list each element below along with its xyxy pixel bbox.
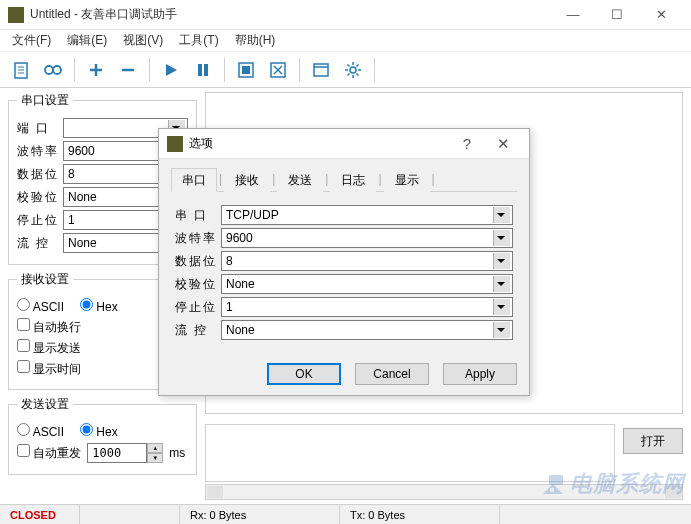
minimize-button[interactable]: — — [551, 0, 595, 30]
dlg-parity-label: 校验位 — [175, 276, 217, 293]
parity-label: 校验位 — [17, 189, 59, 206]
svg-line-27 — [348, 73, 350, 75]
menu-file[interactable]: 文件(F) — [4, 30, 59, 51]
svg-point-4 — [45, 66, 53, 74]
svg-point-5 — [53, 66, 61, 74]
dlg-parity-combo[interactable]: None — [221, 274, 513, 294]
flow-label: 流 控 — [17, 235, 59, 252]
serial-settings-legend: 串口设置 — [17, 92, 73, 109]
dlg-flow-label: 流 控 — [175, 322, 217, 339]
send-settings-legend: 发送设置 — [17, 396, 73, 413]
show-send-check[interactable]: 显示发送 — [17, 339, 81, 357]
dlg-databits-label: 数据位 — [175, 253, 217, 270]
horizontal-scrollbar[interactable] — [205, 484, 683, 500]
record-icon[interactable] — [38, 56, 68, 84]
recv-settings-legend: 接收设置 — [17, 271, 73, 288]
tab-display[interactable]: 显示 — [384, 168, 430, 192]
clear-icon[interactable] — [263, 56, 293, 84]
tab-log[interactable]: 日志 — [330, 168, 376, 192]
svg-rect-13 — [242, 66, 250, 74]
send-textbox[interactable] — [205, 424, 615, 482]
menu-help[interactable]: 帮助(H) — [227, 30, 284, 51]
dialog-title: 选项 — [189, 135, 449, 152]
svg-line-24 — [348, 64, 350, 66]
statusbar: CLOSED Rx: 0 Bytes Tx: 0 Bytes — [0, 504, 691, 524]
pause-icon[interactable] — [188, 56, 218, 84]
open-button[interactable]: 打开 — [623, 428, 683, 454]
dialog-help-button[interactable]: ? — [449, 130, 485, 158]
toolbar — [0, 52, 691, 88]
send-hex-radio[interactable]: Hex — [80, 423, 118, 439]
ok-button[interactable]: OK — [267, 363, 341, 385]
plus-icon[interactable] — [81, 56, 111, 84]
minus-icon[interactable] — [113, 56, 143, 84]
dialog-close-button[interactable]: ✕ — [485, 130, 521, 158]
recv-ascii-radio[interactable]: ASCII — [17, 298, 64, 314]
recv-hex-radio[interactable]: Hex — [80, 298, 118, 314]
svg-point-19 — [350, 67, 356, 73]
baud-label: 波特率 — [17, 143, 59, 160]
tab-recv[interactable]: 接收 — [224, 168, 270, 192]
svg-rect-17 — [314, 64, 328, 76]
dialog-titlebar[interactable]: 选项 ? ✕ — [159, 129, 529, 159]
gear-icon[interactable] — [338, 56, 368, 84]
tab-send[interactable]: 发送 — [277, 168, 323, 192]
dlg-stopbits-label: 停止位 — [175, 299, 217, 316]
dialog-icon — [167, 136, 183, 152]
close-button[interactable]: ✕ — [639, 0, 683, 30]
auto-resend-check[interactable]: 自动重发 — [17, 444, 81, 462]
menu-edit[interactable]: 编辑(E) — [59, 30, 115, 51]
spin-down-icon[interactable]: ▼ — [147, 453, 163, 463]
titlebar: Untitled - 友善串口调试助手 — ☐ ✕ — [0, 0, 691, 30]
port-label: 端 口 — [17, 120, 59, 137]
menu-view[interactable]: 视图(V) — [115, 30, 171, 51]
show-time-check[interactable]: 显示时间 — [17, 360, 81, 378]
status-tx: Tx: 0 Bytes — [340, 505, 500, 524]
resend-interval-spinner[interactable]: ▲▼ — [87, 443, 163, 463]
svg-rect-10 — [198, 64, 202, 76]
dialog-tabbar: 串口 | 接收 | 发送 | 日志 | 显示 | — [171, 167, 517, 192]
apply-button[interactable]: Apply — [443, 363, 517, 385]
new-file-icon[interactable] — [6, 56, 36, 84]
cancel-button[interactable]: Cancel — [355, 363, 429, 385]
maximize-button[interactable]: ☐ — [595, 0, 639, 30]
svg-line-26 — [357, 64, 359, 66]
tab-serial[interactable]: 串口 — [171, 168, 217, 192]
dlg-stopbits-combo[interactable]: 1 — [221, 297, 513, 317]
menubar: 文件(F) 编辑(E) 视图(V) 工具(T) 帮助(H) — [0, 30, 691, 52]
send-settings-group: 发送设置 ASCII Hex 自动重发 ▲▼ ms — [8, 396, 197, 475]
spin-up-icon[interactable]: ▲ — [147, 443, 163, 453]
stopbits-label: 停止位 — [17, 212, 59, 229]
menu-tools[interactable]: 工具(T) — [171, 30, 226, 51]
send-ascii-radio[interactable]: ASCII — [17, 423, 64, 439]
svg-line-25 — [357, 73, 359, 75]
svg-marker-9 — [166, 64, 177, 76]
dlg-databits-combo[interactable]: 8 — [221, 251, 513, 271]
dlg-baud-combo[interactable]: 9600 — [221, 228, 513, 248]
dlg-flow-combo[interactable]: None — [221, 320, 513, 340]
stop-icon[interactable] — [231, 56, 261, 84]
status-connection: CLOSED — [0, 505, 80, 524]
window-title: Untitled - 友善串口调试助手 — [30, 6, 551, 23]
play-icon[interactable] — [156, 56, 186, 84]
status-port — [80, 505, 180, 524]
databits-label: 数据位 — [17, 166, 59, 183]
app-icon — [8, 7, 24, 23]
dlg-port-combo[interactable]: TCP/UDP — [221, 205, 513, 225]
dlg-baud-label: 波特率 — [175, 230, 217, 247]
svg-rect-11 — [204, 64, 208, 76]
dlg-port-label: 串 口 — [175, 207, 217, 224]
ms-label: ms — [169, 446, 185, 460]
options-dialog: 选项 ? ✕ 串口 | 接收 | 发送 | 日志 | 显示 | 串 口TCP/U… — [158, 128, 530, 396]
status-rx: Rx: 0 Bytes — [180, 505, 340, 524]
window-icon[interactable] — [306, 56, 336, 84]
auto-wrap-check[interactable]: 自动换行 — [17, 318, 81, 336]
